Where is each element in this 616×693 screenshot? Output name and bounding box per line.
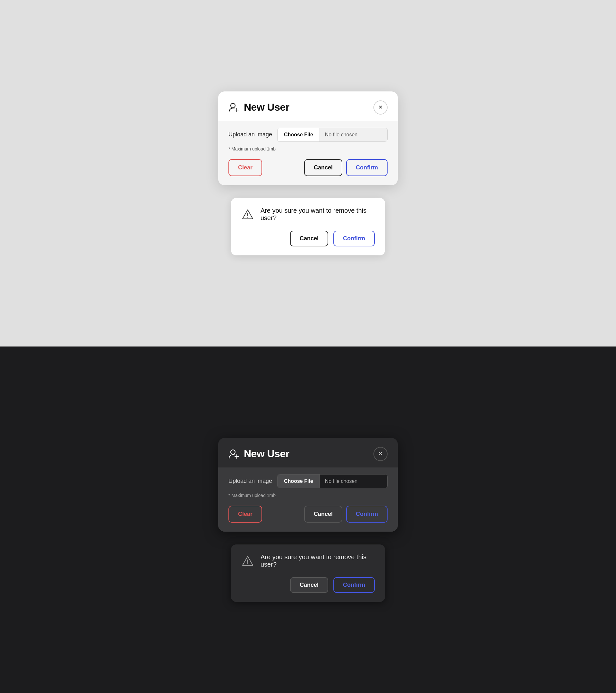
cancel-button-light[interactable]: Cancel (304, 159, 342, 176)
modal-header-light: New User × (218, 92, 398, 121)
choose-file-button-dark[interactable]: Choose File (278, 475, 320, 488)
confirm-dialog-message-dark: Are you sure you want to remove this use… (260, 553, 375, 568)
close-button-dark[interactable]: × (374, 447, 388, 461)
warning-icon-light (241, 208, 254, 221)
modal-title-dark: New User (244, 448, 290, 460)
modal-header-left-dark: New User (228, 448, 290, 460)
svg-point-4 (247, 217, 248, 217)
user-plus-icon-dark (228, 448, 240, 460)
max-upload-note-dark: * Maximum upload 1mb (228, 493, 388, 498)
confirm-confirm-button-dark[interactable]: Confirm (333, 577, 375, 593)
max-upload-note-light: * Maximum upload 1mb (228, 146, 388, 152)
modal-body-dark: Upload an image Choose File No file chos… (218, 468, 398, 532)
light-section: New User × Upload an image Choose File N… (0, 0, 616, 346)
confirm-dialog-actions-dark: Cancel Confirm (241, 577, 375, 593)
no-file-text-dark: No file chosen (320, 475, 387, 488)
file-upload-row-light: Upload an image Choose File No file chos… (228, 128, 388, 142)
modal-actions-light: Clear Cancel Confirm (228, 159, 388, 176)
confirm-button-dark[interactable]: Confirm (346, 506, 388, 523)
choose-file-button-light[interactable]: Choose File (278, 128, 320, 141)
confirm-dialog-light: Are you sure you want to remove this use… (231, 198, 385, 255)
confirm-dialog-top-light: Are you sure you want to remove this use… (241, 207, 375, 222)
no-file-text-light: No file chosen (320, 128, 387, 141)
clear-button-light[interactable]: Clear (228, 159, 262, 176)
confirm-cancel-button-light[interactable]: Cancel (290, 231, 328, 246)
new-user-modal-dark: New User × Upload an image Choose File N… (218, 438, 398, 532)
file-input-wrapper-light: Choose File No file chosen (277, 128, 388, 142)
confirm-dialog-message-light: Are you sure you want to remove this use… (260, 207, 375, 222)
svg-point-9 (247, 563, 248, 564)
user-plus-icon (228, 102, 240, 113)
new-user-modal-light: New User × Upload an image Choose File N… (218, 92, 398, 185)
file-upload-row-dark: Upload an image Choose File No file chos… (228, 474, 388, 488)
svg-point-5 (231, 450, 235, 454)
modal-actions-dark: Clear Cancel Confirm (228, 506, 388, 523)
file-input-wrapper-dark: Choose File No file chosen (277, 474, 388, 488)
modal-header-dark: New User × (218, 438, 398, 468)
dark-section: New User × Upload an image Choose File N… (0, 346, 616, 693)
confirm-button-light[interactable]: Confirm (346, 159, 388, 176)
svg-point-0 (231, 103, 235, 108)
confirm-dialog-dark: Are you sure you want to remove this use… (231, 544, 385, 602)
modal-title-light: New User (244, 101, 290, 113)
confirm-dialog-actions-light: Cancel Confirm (241, 231, 375, 246)
confirm-dialog-top-dark: Are you sure you want to remove this use… (241, 553, 375, 568)
cancel-button-dark[interactable]: Cancel (304, 506, 342, 523)
close-button-light[interactable]: × (374, 100, 388, 115)
upload-label-dark: Upload an image (228, 478, 272, 484)
warning-icon-dark (241, 554, 254, 567)
upload-label-light: Upload an image (228, 131, 272, 138)
confirm-cancel-button-dark[interactable]: Cancel (290, 577, 328, 593)
modal-body-light: Upload an image Choose File No file chos… (218, 121, 398, 185)
confirm-confirm-button-light[interactable]: Confirm (333, 231, 375, 246)
modal-header-left: New User (228, 101, 290, 113)
clear-button-dark[interactable]: Clear (228, 506, 262, 523)
